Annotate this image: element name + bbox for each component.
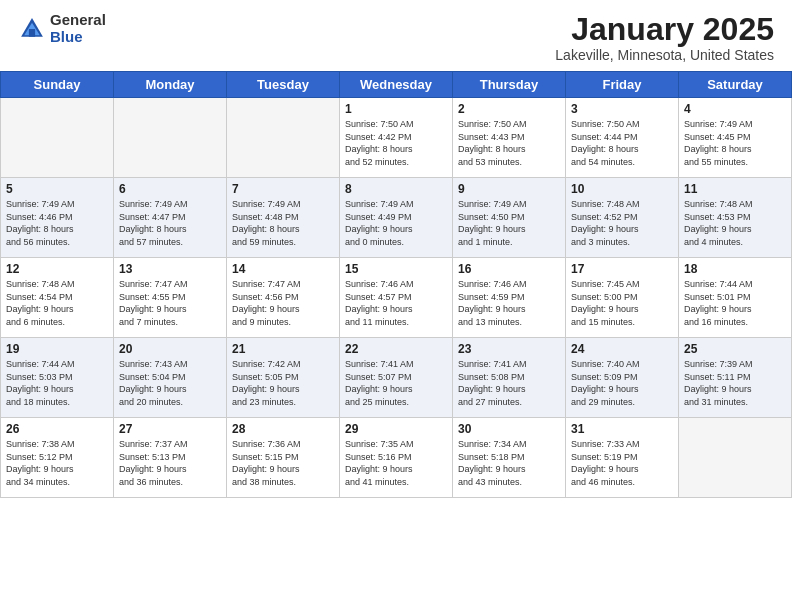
table-row: 4Sunrise: 7:49 AM Sunset: 4:45 PM Daylig… <box>679 98 792 178</box>
col-thursday: Thursday <box>453 72 566 98</box>
table-row: 31Sunrise: 7:33 AM Sunset: 5:19 PM Dayli… <box>566 418 679 498</box>
calendar-header-row: Sunday Monday Tuesday Wednesday Thursday… <box>1 72 792 98</box>
day-info: Sunrise: 7:43 AM Sunset: 5:04 PM Dayligh… <box>119 358 221 408</box>
day-info: Sunrise: 7:49 AM Sunset: 4:50 PM Dayligh… <box>458 198 560 248</box>
table-row <box>114 98 227 178</box>
col-tuesday: Tuesday <box>227 72 340 98</box>
day-number: 1 <box>345 102 447 116</box>
day-number: 7 <box>232 182 334 196</box>
day-number: 26 <box>6 422 108 436</box>
title-month: January 2025 <box>555 12 774 47</box>
day-number: 27 <box>119 422 221 436</box>
day-number: 19 <box>6 342 108 356</box>
day-number: 11 <box>684 182 786 196</box>
col-monday: Monday <box>114 72 227 98</box>
col-sunday: Sunday <box>1 72 114 98</box>
day-number: 21 <box>232 342 334 356</box>
day-info: Sunrise: 7:35 AM Sunset: 5:16 PM Dayligh… <box>345 438 447 488</box>
table-row <box>227 98 340 178</box>
day-info: Sunrise: 7:49 AM Sunset: 4:46 PM Dayligh… <box>6 198 108 248</box>
table-row: 19Sunrise: 7:44 AM Sunset: 5:03 PM Dayli… <box>1 338 114 418</box>
page: General Blue January 2025 Lakeville, Min… <box>0 0 792 612</box>
day-number: 30 <box>458 422 560 436</box>
day-info: Sunrise: 7:37 AM Sunset: 5:13 PM Dayligh… <box>119 438 221 488</box>
day-info: Sunrise: 7:49 AM Sunset: 4:48 PM Dayligh… <box>232 198 334 248</box>
table-row: 8Sunrise: 7:49 AM Sunset: 4:49 PM Daylig… <box>340 178 453 258</box>
day-info: Sunrise: 7:38 AM Sunset: 5:12 PM Dayligh… <box>6 438 108 488</box>
day-info: Sunrise: 7:44 AM Sunset: 5:03 PM Dayligh… <box>6 358 108 408</box>
day-info: Sunrise: 7:34 AM Sunset: 5:18 PM Dayligh… <box>458 438 560 488</box>
day-number: 6 <box>119 182 221 196</box>
calendar-week-row: 5Sunrise: 7:49 AM Sunset: 4:46 PM Daylig… <box>1 178 792 258</box>
day-info: Sunrise: 7:48 AM Sunset: 4:54 PM Dayligh… <box>6 278 108 328</box>
day-info: Sunrise: 7:39 AM Sunset: 5:11 PM Dayligh… <box>684 358 786 408</box>
table-row: 22Sunrise: 7:41 AM Sunset: 5:07 PM Dayli… <box>340 338 453 418</box>
day-info: Sunrise: 7:49 AM Sunset: 4:45 PM Dayligh… <box>684 118 786 168</box>
day-number: 12 <box>6 262 108 276</box>
table-row: 30Sunrise: 7:34 AM Sunset: 5:18 PM Dayli… <box>453 418 566 498</box>
day-info: Sunrise: 7:49 AM Sunset: 4:47 PM Dayligh… <box>119 198 221 248</box>
table-row: 23Sunrise: 7:41 AM Sunset: 5:08 PM Dayli… <box>453 338 566 418</box>
table-row: 17Sunrise: 7:45 AM Sunset: 5:00 PM Dayli… <box>566 258 679 338</box>
day-info: Sunrise: 7:44 AM Sunset: 5:01 PM Dayligh… <box>684 278 786 328</box>
table-row: 29Sunrise: 7:35 AM Sunset: 5:16 PM Dayli… <box>340 418 453 498</box>
table-row: 15Sunrise: 7:46 AM Sunset: 4:57 PM Dayli… <box>340 258 453 338</box>
table-row: 18Sunrise: 7:44 AM Sunset: 5:01 PM Dayli… <box>679 258 792 338</box>
calendar-week-row: 26Sunrise: 7:38 AM Sunset: 5:12 PM Dayli… <box>1 418 792 498</box>
table-row: 6Sunrise: 7:49 AM Sunset: 4:47 PM Daylig… <box>114 178 227 258</box>
svg-rect-2 <box>29 29 35 37</box>
day-info: Sunrise: 7:41 AM Sunset: 5:07 PM Dayligh… <box>345 358 447 408</box>
table-row: 10Sunrise: 7:48 AM Sunset: 4:52 PM Dayli… <box>566 178 679 258</box>
calendar-table: Sunday Monday Tuesday Wednesday Thursday… <box>0 71 792 498</box>
logo: General Blue <box>18 12 106 45</box>
day-number: 13 <box>119 262 221 276</box>
day-info: Sunrise: 7:48 AM Sunset: 4:53 PM Dayligh… <box>684 198 786 248</box>
day-number: 23 <box>458 342 560 356</box>
table-row: 21Sunrise: 7:42 AM Sunset: 5:05 PM Dayli… <box>227 338 340 418</box>
day-number: 3 <box>571 102 673 116</box>
table-row: 12Sunrise: 7:48 AM Sunset: 4:54 PM Dayli… <box>1 258 114 338</box>
day-info: Sunrise: 7:50 AM Sunset: 4:43 PM Dayligh… <box>458 118 560 168</box>
table-row: 5Sunrise: 7:49 AM Sunset: 4:46 PM Daylig… <box>1 178 114 258</box>
table-row: 3Sunrise: 7:50 AM Sunset: 4:44 PM Daylig… <box>566 98 679 178</box>
table-row: 11Sunrise: 7:48 AM Sunset: 4:53 PM Dayli… <box>679 178 792 258</box>
day-number: 15 <box>345 262 447 276</box>
day-number: 25 <box>684 342 786 356</box>
table-row: 26Sunrise: 7:38 AM Sunset: 5:12 PM Dayli… <box>1 418 114 498</box>
day-number: 28 <box>232 422 334 436</box>
header: General Blue January 2025 Lakeville, Min… <box>0 0 792 69</box>
day-number: 14 <box>232 262 334 276</box>
logo-blue-text: Blue <box>50 29 106 46</box>
col-saturday: Saturday <box>679 72 792 98</box>
day-info: Sunrise: 7:33 AM Sunset: 5:19 PM Dayligh… <box>571 438 673 488</box>
logo-general-text: General <box>50 12 106 29</box>
table-row: 9Sunrise: 7:49 AM Sunset: 4:50 PM Daylig… <box>453 178 566 258</box>
day-number: 9 <box>458 182 560 196</box>
day-info: Sunrise: 7:45 AM Sunset: 5:00 PM Dayligh… <box>571 278 673 328</box>
title-location: Lakeville, Minnesota, United States <box>555 47 774 63</box>
day-number: 24 <box>571 342 673 356</box>
day-info: Sunrise: 7:50 AM Sunset: 4:42 PM Dayligh… <box>345 118 447 168</box>
day-number: 31 <box>571 422 673 436</box>
table-row: 1Sunrise: 7:50 AM Sunset: 4:42 PM Daylig… <box>340 98 453 178</box>
day-number: 8 <box>345 182 447 196</box>
table-row: 28Sunrise: 7:36 AM Sunset: 5:15 PM Dayli… <box>227 418 340 498</box>
logo-text: General Blue <box>50 12 106 45</box>
day-info: Sunrise: 7:40 AM Sunset: 5:09 PM Dayligh… <box>571 358 673 408</box>
day-info: Sunrise: 7:48 AM Sunset: 4:52 PM Dayligh… <box>571 198 673 248</box>
calendar-week-row: 1Sunrise: 7:50 AM Sunset: 4:42 PM Daylig… <box>1 98 792 178</box>
day-info: Sunrise: 7:47 AM Sunset: 4:56 PM Dayligh… <box>232 278 334 328</box>
day-info: Sunrise: 7:49 AM Sunset: 4:49 PM Dayligh… <box>345 198 447 248</box>
table-row <box>1 98 114 178</box>
day-number: 16 <box>458 262 560 276</box>
day-number: 5 <box>6 182 108 196</box>
table-row: 7Sunrise: 7:49 AM Sunset: 4:48 PM Daylig… <box>227 178 340 258</box>
col-wednesday: Wednesday <box>340 72 453 98</box>
table-row: 2Sunrise: 7:50 AM Sunset: 4:43 PM Daylig… <box>453 98 566 178</box>
table-row: 24Sunrise: 7:40 AM Sunset: 5:09 PM Dayli… <box>566 338 679 418</box>
day-info: Sunrise: 7:50 AM Sunset: 4:44 PM Dayligh… <box>571 118 673 168</box>
day-info: Sunrise: 7:46 AM Sunset: 4:59 PM Dayligh… <box>458 278 560 328</box>
day-number: 4 <box>684 102 786 116</box>
calendar-week-row: 19Sunrise: 7:44 AM Sunset: 5:03 PM Dayli… <box>1 338 792 418</box>
logo-icon <box>18 15 46 43</box>
